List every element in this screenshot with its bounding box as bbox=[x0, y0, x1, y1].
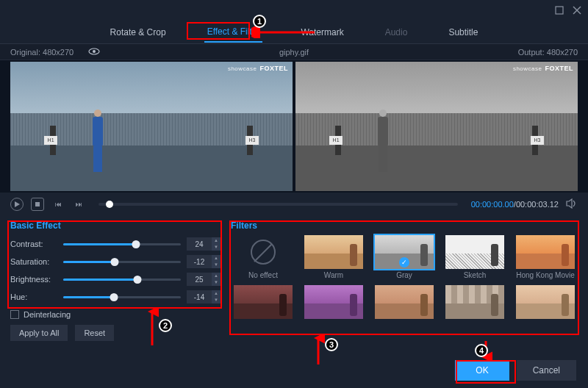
contrast-down[interactable]: ▼ bbox=[212, 244, 220, 251]
window-titlebar bbox=[0, 0, 588, 21]
filter-label-warm: Warm bbox=[324, 271, 343, 279]
output-resolution-label: Output: 480x270 bbox=[518, 48, 578, 57]
original-resolution-label: Original: 480x270 bbox=[10, 48, 74, 57]
saturation-up[interactable]: ▲ bbox=[212, 255, 220, 262]
scene-sign-h3: H3 bbox=[245, 136, 259, 145]
hue-up[interactable]: ▲ bbox=[212, 290, 220, 297]
saturation-value-box[interactable]: -12▲▼ bbox=[187, 255, 220, 268]
scene-sign-h1: H1 bbox=[44, 136, 57, 145]
brightness-slider[interactable] bbox=[63, 279, 181, 281]
hue-down[interactable]: ▼ bbox=[212, 297, 220, 303]
filter-label-noeffect: No effect bbox=[248, 271, 278, 279]
cancel-button[interactable]: Cancel bbox=[517, 360, 576, 381]
filter-row2-5[interactable] bbox=[513, 285, 578, 319]
check-icon: ✓ bbox=[399, 257, 409, 267]
basic-effect-panel: Basic Effect Contrast: 24▲▼ Saturation: … bbox=[10, 220, 220, 354]
annotation-number-2: 2 bbox=[159, 319, 172, 332]
annotation-number-4: 4 bbox=[475, 344, 488, 357]
original-preview-pane: H1 H3 showcaseFOXTEL bbox=[10, 62, 293, 191]
footer: OK Cancel bbox=[455, 360, 576, 381]
filter-hongkong[interactable]: Hong Kong Movie bbox=[513, 235, 578, 279]
filter-row2-3[interactable] bbox=[372, 285, 437, 319]
hue-label: Hue: bbox=[10, 292, 57, 301]
scene-sign-h3-out: H3 bbox=[531, 136, 544, 145]
apply-to-all-button[interactable]: Apply to All bbox=[10, 325, 68, 341]
filter-label-sketch: Sketch bbox=[464, 271, 487, 279]
output-preview-pane: H1 H3 showcaseFOXTEL bbox=[295, 62, 578, 191]
svg-marker-7 bbox=[15, 201, 20, 207]
svg-marker-9 bbox=[567, 199, 572, 208]
filters-title: Filters bbox=[231, 220, 578, 231]
stop-button[interactable] bbox=[31, 198, 44, 211]
svg-rect-8 bbox=[35, 202, 40, 206]
volume-icon[interactable] bbox=[566, 198, 578, 211]
filter-label-gray: Gray bbox=[396, 271, 412, 279]
tab-subtitle[interactable]: Subtitle bbox=[445, 23, 481, 42]
filter-row2-1[interactable] bbox=[231, 285, 295, 319]
filters-panel: Filters No effect Warm ✓ Gray Sketch Hon… bbox=[231, 220, 578, 354]
annotation-arrow-3 bbox=[312, 334, 325, 367]
filter-row2-2[interactable] bbox=[301, 285, 366, 319]
annotation-number-1: 1 bbox=[253, 15, 266, 28]
play-button[interactable] bbox=[10, 198, 24, 211]
deinterlacing-label: Deinterlacing bbox=[24, 310, 71, 319]
contrast-slider[interactable] bbox=[63, 243, 181, 245]
info-bar: Original: 480x270 giphy.gif Output: 480x… bbox=[0, 44, 588, 60]
prev-frame-button[interactable]: ⏮ bbox=[51, 198, 65, 211]
svg-point-6 bbox=[93, 50, 96, 53]
deinterlacing-checkbox[interactable] bbox=[10, 310, 19, 319]
ok-button[interactable]: OK bbox=[455, 360, 509, 381]
preview-area: H1 H3 showcaseFOXTEL H1 H3 showcaseFOXTE… bbox=[0, 60, 588, 193]
annotation-arrow-1 bbox=[251, 26, 318, 38]
filter-warm[interactable]: Warm bbox=[301, 235, 366, 279]
watermark-text: showcaseFOXTEL bbox=[228, 65, 288, 72]
reset-button[interactable]: Reset bbox=[75, 325, 114, 341]
filter-row2-4[interactable] bbox=[442, 285, 507, 319]
tab-rotate-crop[interactable]: Rotate & Crop bbox=[107, 23, 169, 42]
filter-sketch[interactable]: Sketch bbox=[442, 235, 507, 279]
timecode: 00:00:00.00/00:00:03.12 bbox=[471, 200, 559, 209]
brightness-up[interactable]: ▲ bbox=[212, 273, 220, 279]
filter-gray[interactable]: ✓ Gray bbox=[372, 235, 437, 279]
playhead-track[interactable] bbox=[98, 203, 458, 206]
hue-slider[interactable] bbox=[63, 296, 181, 298]
svg-rect-0 bbox=[556, 7, 563, 14]
no-effect-icon bbox=[251, 240, 276, 265]
brightness-value-box[interactable]: 25▲▼ bbox=[187, 273, 220, 286]
annotation-number-3: 3 bbox=[325, 338, 338, 351]
hue-value-box[interactable]: -14▲▼ bbox=[187, 290, 220, 303]
deinterlacing-row: Deinterlacing bbox=[10, 310, 220, 319]
saturation-label: Saturation: bbox=[10, 257, 57, 266]
close-icon[interactable] bbox=[572, 5, 582, 15]
saturation-slider[interactable] bbox=[63, 261, 181, 263]
brightness-label: Brightness: bbox=[10, 275, 57, 284]
eye-icon[interactable] bbox=[88, 48, 100, 57]
filter-label-hongkong: Hong Kong Movie bbox=[516, 271, 575, 279]
playback-bar: ⏮ ⏭ 00:00:00.00/00:00:03.12 bbox=[0, 193, 588, 216]
contrast-value-box[interactable]: 24▲▼ bbox=[187, 237, 220, 251]
scene-sign-h1-out: H1 bbox=[329, 136, 343, 145]
annotation-arrow-2 bbox=[146, 307, 159, 348]
watermark-text-out: showcaseFOXTEL bbox=[513, 65, 573, 72]
tab-audio: Audio bbox=[382, 23, 411, 42]
contrast-up[interactable]: ▲ bbox=[212, 237, 220, 244]
next-frame-button[interactable]: ⏭ bbox=[72, 198, 85, 211]
basic-effect-title: Basic Effect bbox=[10, 220, 220, 231]
playhead-thumb[interactable] bbox=[106, 201, 113, 208]
saturation-down[interactable]: ▼ bbox=[212, 262, 220, 268]
filename-label: giphy.gif bbox=[279, 48, 309, 57]
maximize-icon[interactable] bbox=[554, 5, 564, 15]
contrast-label: Contrast: bbox=[10, 240, 57, 248]
filter-no-effect[interactable]: No effect bbox=[231, 235, 295, 279]
brightness-down[interactable]: ▼ bbox=[212, 279, 220, 286]
